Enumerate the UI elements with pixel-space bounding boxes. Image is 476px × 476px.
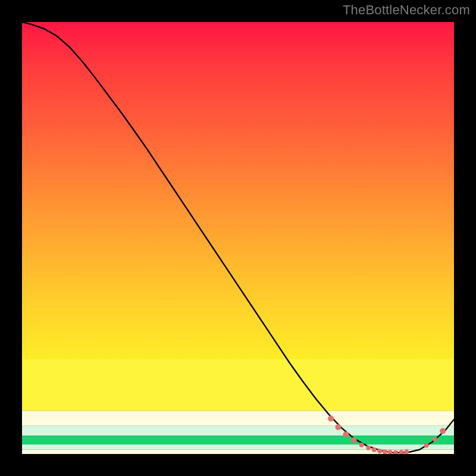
chart-svg	[22, 22, 454, 454]
plot-area	[22, 22, 454, 454]
curve-marker	[433, 437, 437, 441]
bg-band-mint-2	[22, 444, 454, 450]
curve-marker	[404, 449, 409, 454]
curve-marker	[372, 447, 377, 452]
curve-marker	[351, 437, 357, 443]
curve-marker	[359, 443, 364, 447]
curve-marker	[328, 415, 334, 421]
bg-stripe	[22, 415, 454, 416]
curve-marker	[366, 446, 371, 450]
curve-marker	[383, 449, 387, 454]
bg-yellow-plateau	[22, 359, 454, 411]
bg-gradient-main	[22, 22, 454, 411]
curve-marker	[377, 449, 382, 453]
bg-band-mint	[22, 426, 454, 436]
bg-stripe	[22, 419, 454, 419]
curve-marker	[440, 428, 446, 434]
chart-container: TheBottleNecker.com	[0, 0, 476, 476]
bg-stripe	[22, 412, 454, 412]
bg-band-pale-yellow	[22, 411, 454, 425]
curve-marker	[335, 424, 341, 430]
curve-marker	[343, 431, 349, 437]
bg-band-green	[22, 436, 454, 445]
watermark-text: TheBottleNecker.com	[343, 2, 470, 18]
curve-marker	[424, 443, 429, 447]
